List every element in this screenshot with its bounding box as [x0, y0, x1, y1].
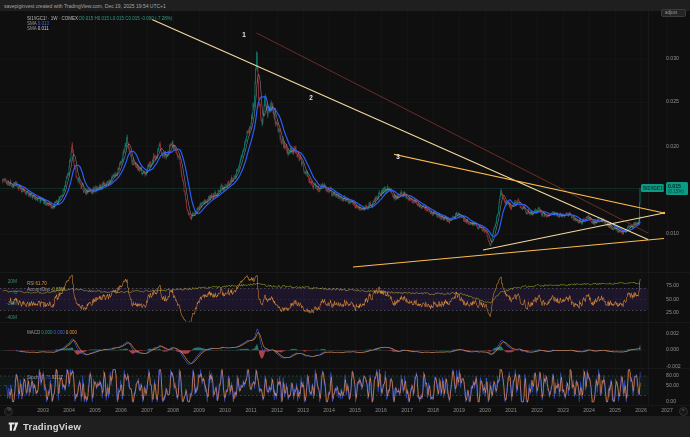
- sma2-label: SMA: [27, 26, 37, 31]
- stoch-k-value: 98.75: [40, 375, 51, 380]
- tradingview-logo-icon: [8, 421, 19, 432]
- year-label: 2022: [527, 408, 548, 413]
- year-label: 2021: [501, 408, 522, 413]
- price-scale-label: 0.025: [666, 99, 679, 104]
- stoch-scale-label: 80.00: [666, 373, 679, 378]
- wave-number-label: 2: [309, 95, 313, 101]
- footer-bar: TradingView: [0, 416, 690, 437]
- macd-scale-label: 0.002: [666, 331, 679, 336]
- tradingview-logo-text: TradingView: [23, 421, 81, 432]
- snapshot-header: savepiginvest created with TradingView.c…: [0, 0, 690, 11]
- year-label: 2025: [605, 408, 626, 413]
- accum-dist-scale-label: -40M: [0, 315, 17, 320]
- year-label: 2012: [267, 408, 288, 413]
- accum-dist-label: Accum/Dist: [27, 287, 50, 292]
- rsi-scale-label: 25.00: [666, 310, 679, 315]
- accum-dist-legend-row[interactable]: Accum/Dist-0.85M: [22, 283, 67, 297]
- adjust-button[interactable]: adjust: [661, 9, 686, 17]
- year-label: 2005: [85, 408, 106, 413]
- year-label: 2013: [293, 408, 314, 413]
- year-label: 2017: [397, 408, 418, 413]
- accum-dist-scale-label: 0: [0, 290, 17, 295]
- sma2-legend-row[interactable]: SMA0.011: [22, 22, 51, 36]
- macd-legend-row[interactable]: MACD0.0000.0000.000: [22, 326, 80, 340]
- macd-signal-value: 0.000: [66, 331, 77, 336]
- year-label: 2027: [657, 408, 678, 413]
- macd-line-value: 0.000: [54, 331, 65, 336]
- ohlc-values: O0.015 H0.015 L0.015 C0.015 -0.000 (-7.2…: [79, 16, 173, 21]
- year-label: 2015: [345, 408, 366, 413]
- year-label: 2011: [241, 408, 262, 413]
- stoch-d-value: 93.17: [52, 375, 63, 380]
- year-label: 2019: [449, 408, 470, 413]
- year-label: 2008: [163, 408, 184, 413]
- year-label: 2014: [319, 408, 340, 413]
- accum-dist-scale-label: 20M: [0, 279, 17, 284]
- stoch-scale-label: 50.00: [666, 383, 679, 388]
- year-label: 2016: [371, 408, 392, 413]
- price-scale-label: 0.010: [666, 231, 679, 236]
- badge-symbol-chip: SI1!/GC1!: [641, 184, 664, 192]
- price-scale-label: 0.020: [666, 144, 679, 149]
- accum-dist-scale-label: -20M: [0, 301, 17, 306]
- stoch-label: Stoch: [27, 375, 39, 380]
- wave-number-label: 1: [242, 32, 246, 38]
- year-label: 2009: [189, 408, 210, 413]
- sma2-value: 0.011: [38, 26, 49, 31]
- macd-scale-label: -0.002: [666, 364, 681, 369]
- year-label: 2004: [59, 408, 80, 413]
- year-label: 2023: [553, 408, 574, 413]
- price-scale-label: 0.030: [666, 56, 679, 61]
- badge-price-chip: 0.015 (0.15%): [666, 182, 689, 195]
- macd-scale-label: 0.000: [666, 347, 679, 352]
- chart-canvas[interactable]: [0, 0, 690, 437]
- year-label: 2010: [215, 408, 236, 413]
- rsi-scale-label: 75.00: [666, 283, 679, 288]
- wave-number-label: 3: [396, 154, 400, 160]
- tradingview-logo[interactable]: TradingView: [8, 421, 81, 432]
- year-label: 2024: [579, 408, 600, 413]
- year-label: 2003: [33, 408, 54, 413]
- accum-dist-value: -0.85M: [51, 287, 65, 292]
- snapshot-attribution: savepiginvest created with TradingView.c…: [4, 3, 166, 9]
- year-label: 2020: [475, 408, 496, 413]
- badge-change: (0.15%): [668, 189, 684, 194]
- tradingview-chart-snapshot: savepiginvest created with TradingView.c…: [0, 0, 690, 437]
- year-label: 2006: [111, 408, 132, 413]
- adjust-label: adjust: [665, 10, 677, 15]
- stoch-legend-row[interactable]: Stoch98.7593.17: [22, 371, 66, 385]
- macd-hist-value: 0.000: [41, 331, 52, 336]
- badge-symbol: SI1!/GC1!: [643, 186, 665, 191]
- year-label: 2007: [137, 408, 158, 413]
- year-label: 2018: [423, 408, 444, 413]
- rsi-scale-label: 50.00: [666, 297, 679, 302]
- year-label: 2026: [631, 408, 652, 413]
- stoch-scale-label: 0.00: [666, 399, 676, 404]
- macd-label: MACD: [27, 331, 40, 336]
